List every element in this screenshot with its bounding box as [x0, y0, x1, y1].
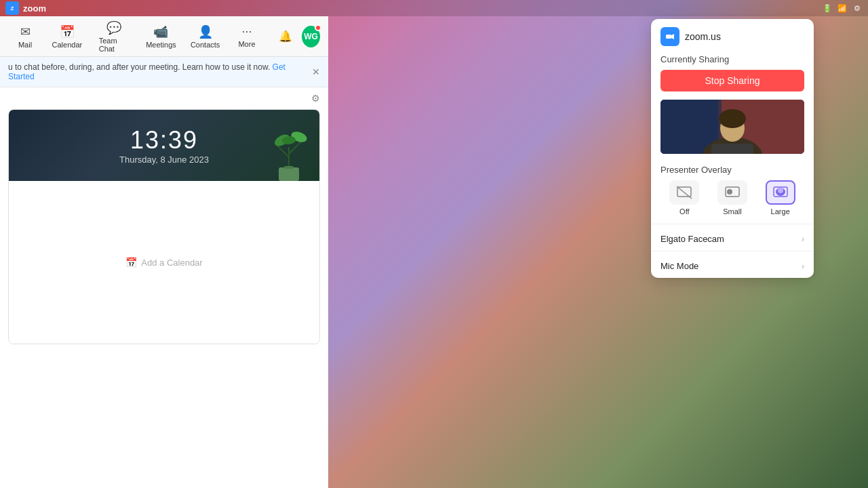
menubar-right: 🔋 📶 ⚙ [822, 3, 863, 14]
toolbar-team-chat-label: Team Chat [99, 37, 130, 53]
popup-zoom-logo [660, 27, 679, 46]
toolbar-meetings-label: Meetings [146, 41, 176, 49]
popup-header: zoom.us [651, 19, 814, 53]
mail-icon: ✉ [20, 24, 31, 39]
zoom-logo-svg [664, 30, 676, 43]
zoom-toolbar: ✉ Mail 📅 Calendar 💬 Team Chat 📹 Meetings… [0, 16, 328, 57]
svg-point-23 [778, 188, 783, 193]
settings-gear-icon[interactable]: ⚙ [311, 93, 320, 104]
calendar-icon: 📅 [60, 24, 75, 39]
presenter-off-icon [669, 180, 699, 205]
presenter-option-large[interactable]: Large [756, 180, 804, 216]
presenter-small-icon [717, 180, 747, 205]
svg-rect-0 [279, 167, 299, 181]
battery-icon: 🔋 [822, 3, 833, 14]
add-calendar-icon: 📅 [125, 257, 137, 268]
presenter-overlay-label: Presenter Overlay [651, 162, 814, 180]
currently-sharing-label: Currently Sharing [651, 53, 814, 70]
zoom-popup-panel: zoom.us Currently Sharing Stop Sharing [651, 19, 814, 278]
mic-mode-label: Mic Mode [660, 261, 698, 271]
webcam-preview [660, 100, 804, 154]
toolbar-calendar[interactable]: 📅 Calendar [47, 20, 87, 53]
svg-point-20 [727, 189, 732, 195]
toolbar-meetings[interactable]: 📹 Meetings [142, 20, 181, 53]
webcam-inner [660, 100, 804, 154]
plant-svg [265, 127, 313, 181]
toolbar-team-chat[interactable]: 💬 Team Chat [92, 16, 136, 57]
add-calendar-label: Add a Calendar [141, 258, 202, 268]
avatar-initials: WG [304, 32, 318, 41]
contacts-icon: 👤 [198, 24, 213, 39]
stop-sharing-button[interactable]: Stop Sharing [660, 70, 804, 92]
presenter-large-label: Large [771, 207, 790, 216]
info-banner: u to chat before, during, and after your… [0, 57, 328, 87]
notification-bell-icon[interactable]: 🔔 [275, 26, 296, 47]
toolbar-mail-label: Mail [18, 41, 32, 49]
more-icon: ··· [241, 24, 252, 39]
control-center-icon[interactable]: ⚙ [852, 3, 863, 14]
zoom-app-window: ✉ Mail 📅 Calendar 💬 Team Chat 📹 Meetings… [0, 16, 328, 488]
menubar-app-name[interactable]: zoom [23, 3, 46, 14]
elgato-facecam-label: Elgato Facecam [660, 234, 724, 244]
calendar-body: 📅 Add a Calendar [9, 181, 319, 344]
off-icon-svg [676, 186, 692, 199]
popup-mic-mode-item[interactable]: Mic Mode › [651, 254, 814, 278]
presenter-options: Off Small Large [651, 180, 814, 224]
large-icon-svg [772, 186, 789, 199]
popup-divider-1 [651, 224, 814, 224]
calendar-time: 13:39 [130, 126, 198, 155]
presenter-option-small[interactable]: Small [709, 180, 757, 216]
popup-zoom-domain: zoom.us [685, 31, 721, 42]
presenter-large-icon [766, 180, 795, 205]
webcam-person-svg [660, 100, 804, 154]
team-chat-icon: 💬 [106, 20, 121, 35]
calendar-date: Thursday, 8 June 2023 [119, 155, 209, 165]
svg-rect-16 [711, 144, 753, 154]
popup-divider-2 [651, 251, 814, 251]
plant-decoration [265, 120, 319, 181]
info-banner-message: u to chat before, during, and after your… [8, 62, 270, 72]
wifi-icon: 📶 [837, 3, 848, 14]
presenter-off-label: Off [679, 207, 689, 216]
toolbar-more[interactable]: ··· More [230, 20, 264, 52]
small-icon-svg [724, 186, 741, 199]
mic-mode-chevron-icon: › [802, 262, 804, 271]
popup-elgato-facecam-item[interactable]: Elgato Facecam › [651, 227, 814, 251]
calendar-header-image: 13:39 Thursday, 8 June 2023 [9, 110, 319, 181]
info-banner-text: u to chat before, during, and after your… [8, 62, 312, 81]
toolbar-more-label: More [238, 40, 255, 48]
meetings-icon: 📹 [153, 24, 168, 39]
user-avatar[interactable]: WG [302, 26, 320, 47]
toolbar-contacts-label: Contacts [191, 41, 220, 49]
toolbar-contacts[interactable]: 👤 Contacts [186, 20, 224, 53]
svg-point-15 [719, 109, 746, 128]
elgato-chevron-icon: › [802, 235, 804, 244]
toolbar-calendar-label: Calendar [52, 41, 83, 49]
add-calendar-button[interactable]: 📅 Add a Calendar [125, 257, 202, 268]
toolbar-mail[interactable]: ✉ Mail [8, 20, 42, 53]
menubar-left: Z zoom [5, 1, 822, 15]
zoom-menu-logo: Z [5, 1, 19, 15]
calendar-widget: 13:39 Thursday, 8 June 2023 [8, 109, 320, 344]
info-banner-close-button[interactable]: ✕ [312, 66, 320, 77]
menubar: Z zoom 🔋 📶 ⚙ [0, 0, 868, 16]
avatar-notification-dot [315, 24, 321, 31]
presenter-option-off[interactable]: Off [660, 180, 709, 216]
calendar-section-header: ⚙ [0, 87, 328, 109]
svg-rect-7 [284, 166, 294, 169]
presenter-small-label: Small [723, 207, 742, 216]
svg-rect-9 [666, 35, 671, 39]
